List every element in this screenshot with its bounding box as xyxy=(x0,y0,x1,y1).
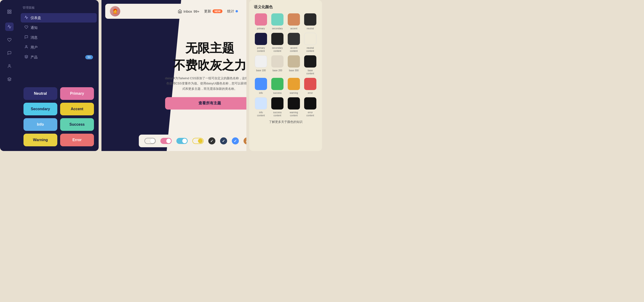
chart-icon[interactable] xyxy=(5,22,14,31)
hero-section: 🧑‍🦰 Inbox 99+ 更新 NEW 统计 xyxy=(102,0,246,151)
hero-description: daisyUI为Tailwind CSS添加了一组可自定义的颜色名称，这些新颜色… xyxy=(165,76,246,91)
checkbox-dark[interactable]: ✓ xyxy=(208,138,215,145)
color-label-error-content: errorcontent xyxy=(306,111,314,117)
color-label-warning-content: warningcontent xyxy=(290,111,298,117)
accent-button[interactable]: Accent xyxy=(60,103,94,115)
color-label-accent-content: accentcontent xyxy=(290,46,298,52)
error-button[interactable]: Error xyxy=(60,134,94,146)
color-item-base100: base 100 xyxy=(254,55,268,75)
color-label-neutral: neutral xyxy=(307,27,314,30)
messages-label: 消息 xyxy=(30,35,38,40)
color-swatch-info-content xyxy=(255,97,267,110)
sidebar-item-notifications[interactable]: 通知 xyxy=(21,23,97,32)
sidebar-item-users[interactable]: 用户 xyxy=(21,43,97,52)
checkbox-dark2[interactable]: ✓ xyxy=(220,138,227,145)
color-swatch-accent-content xyxy=(288,33,300,45)
color-grid-row1: primary secondary accent neutral xyxy=(254,13,317,30)
checkbox-orange[interactable]: ✓ xyxy=(244,138,246,145)
color-label-secondary-content: secondarycontent xyxy=(272,46,283,52)
color-item-error: error xyxy=(303,78,317,95)
sidebar-item-messages[interactable]: 消息 xyxy=(21,33,97,42)
color-item-secondary-content: secondarycontent xyxy=(270,33,284,52)
products-label: 产品 xyxy=(30,55,38,60)
color-swatch-accent xyxy=(288,13,300,25)
color-item-warning-content: warningcontent xyxy=(287,97,301,117)
color-label-error: error xyxy=(308,91,312,95)
neutral-button[interactable]: Neutral xyxy=(24,87,57,100)
color-label-neutral-content: neutralcontent xyxy=(306,46,314,52)
learn-more-link[interactable]: 了解更多关于颜色的知识 xyxy=(254,120,317,124)
color-item-neutral: neutral xyxy=(303,13,317,30)
svg-rect-1 xyxy=(10,10,11,11)
update-label: 更新 xyxy=(204,9,211,13)
notifications-nav-icon xyxy=(24,25,28,30)
secondary-button[interactable]: Secondary xyxy=(24,103,57,115)
checkbox-blue[interactable]: ✓ xyxy=(232,138,239,145)
toggle-yellow[interactable] xyxy=(192,138,204,144)
warning-button[interactable]: Warning xyxy=(24,134,57,146)
color-swatch-warning-content xyxy=(288,97,300,110)
layers-icon[interactable] xyxy=(5,75,14,83)
toggle-blue[interactable] xyxy=(176,138,188,144)
color-item-info: info xyxy=(254,78,268,95)
color-swatch-success-content xyxy=(271,97,284,110)
toggle-section: ✓ ✓ ✓ ✓ xyxy=(139,135,246,147)
svg-point-6 xyxy=(26,45,27,47)
svg-rect-3 xyxy=(10,12,11,13)
color-label-info-content: infocontent xyxy=(257,111,265,117)
heart-icon[interactable] xyxy=(5,36,14,44)
color-swatch-info xyxy=(255,78,267,90)
update-link[interactable]: 更新 NEW xyxy=(204,9,222,13)
color-swatch-base-content xyxy=(304,55,316,68)
color-item-secondary: secondary xyxy=(270,13,284,30)
update-badge: NEW xyxy=(212,9,222,13)
info-button[interactable]: Info xyxy=(24,118,57,131)
user-icon[interactable] xyxy=(5,62,14,70)
success-button[interactable]: Success xyxy=(60,118,94,131)
dashboard-label: 仪表盘 xyxy=(30,16,41,20)
color-item-warning: warning xyxy=(287,78,301,95)
color-item-success-content: successcontent xyxy=(270,97,284,117)
sidebar-nav-area: 管理面板 仪表盘 通知 xyxy=(19,0,99,151)
sidebar-icons-group xyxy=(5,22,14,83)
color-swatch-warning xyxy=(288,78,300,90)
home-icon xyxy=(178,9,182,13)
sidebar-navigation: 管理面板 仪表盘 通知 xyxy=(19,0,99,81)
middle-panel: 🧑‍🦰 Inbox 99+ 更新 NEW 统计 xyxy=(102,0,246,151)
sidebar-section-title: 管理面板 xyxy=(19,4,99,13)
color-label-base200: base 200 xyxy=(272,69,282,72)
color-item-base-content: basecontent xyxy=(303,55,317,75)
inbox-link[interactable]: Inbox 99+ xyxy=(178,9,200,13)
inbox-count: 99+ xyxy=(194,9,200,13)
color-item-success: success xyxy=(270,78,284,95)
primary-button[interactable]: Primary xyxy=(60,87,94,100)
svg-rect-0 xyxy=(8,10,9,11)
color-item-primary: primary xyxy=(254,13,268,30)
notifications-label: 通知 xyxy=(30,25,38,30)
color-item-error-content: errorcontent xyxy=(303,97,317,117)
color-swatch-primary-content xyxy=(255,33,267,45)
color-label-accent: accent xyxy=(290,27,297,30)
top-navigation: 🧑‍🦰 Inbox 99+ 更新 NEW 统计 xyxy=(105,4,242,19)
color-item-base200: base 200 xyxy=(270,55,284,75)
messages-nav-icon xyxy=(24,35,28,40)
stats-link[interactable]: 统计 xyxy=(227,9,238,13)
color-label-base300: base 300 xyxy=(289,69,298,72)
gap1 xyxy=(99,0,102,151)
color-label-success: success xyxy=(273,91,282,95)
cta-button[interactable]: 查看所有主题 xyxy=(165,97,246,110)
toggle-off[interactable] xyxy=(144,138,156,144)
color-grid-row4: info success warning error xyxy=(254,78,317,95)
color-item-primary-content: primarycontent xyxy=(254,33,268,52)
color-grid-row2: primarycontent secondarycontent accentco… xyxy=(254,33,317,52)
inbox-label: Inbox xyxy=(184,9,192,13)
sidebar-item-products[interactable]: 产品 50 xyxy=(21,52,97,62)
hero-subtitle: 不费吹灰之力 xyxy=(165,59,246,72)
sidebar-item-dashboard[interactable]: 仪表盘 xyxy=(21,13,97,22)
message-icon[interactable] xyxy=(5,49,14,57)
toggle-pink[interactable] xyxy=(160,138,172,144)
color-swatch-primary xyxy=(255,13,267,25)
grid-icon[interactable] xyxy=(5,7,14,16)
color-item-info-content: infocontent xyxy=(254,97,268,117)
dashboard-nav-icon xyxy=(24,15,28,20)
